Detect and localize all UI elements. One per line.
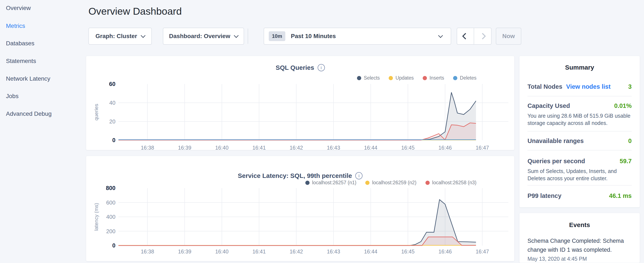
summary-row-value: 59.7 — [620, 158, 632, 165]
chevron-right-icon — [479, 33, 486, 39]
svg-text:0: 0 — [112, 242, 116, 249]
service-latency-chart[interactable]: 16:3816:3916:4016:4116:4216:4316:4416:45… — [86, 156, 515, 261]
controls-divider — [248, 29, 248, 44]
page-title: Overview Dashboard — [88, 5, 182, 18]
svg-text:16:42: 16:42 — [290, 248, 303, 254]
svg-text:40: 40 — [109, 100, 116, 106]
sidebar-item-advanced-debug[interactable]: Advanced Debug — [6, 110, 52, 117]
svg-text:60: 60 — [109, 81, 116, 87]
sidebar-item-statements[interactable]: Statements — [6, 58, 36, 65]
events-panel: Events Schema Change Completed: Schema c… — [519, 213, 640, 263]
events-title: Events — [520, 213, 640, 229]
chevron-down-icon — [438, 33, 443, 38]
now-button-label: Now — [502, 33, 515, 40]
sidebar-item-overview[interactable]: Overview — [6, 5, 31, 12]
summary-row-value: 46.1 ms — [609, 192, 632, 199]
time-range-selector[interactable]: 10m Past 10 Minutes — [264, 28, 451, 45]
svg-text:16:44: 16:44 — [364, 145, 378, 150]
svg-text:16:46: 16:46 — [438, 248, 452, 254]
sql-queries-card: SQL Queries i SelectsUpdatesInsertsDelet… — [86, 56, 514, 150]
sidebar-item-metrics[interactable]: Metrics — [6, 22, 25, 30]
summary-row-unavailable-ranges: Unavailable ranges 0 — [528, 132, 632, 150]
summary-row-value: 0 — [628, 137, 632, 144]
chevron-left-icon — [462, 33, 468, 39]
summary-row-description: You are using 28.6 MiB of 515.9 GiB usab… — [528, 112, 632, 127]
svg-text:16:41: 16:41 — [252, 248, 266, 254]
sql-queries-chart[interactable]: 16:3816:3916:4016:4116:4216:4316:4416:45… — [86, 56, 515, 150]
graph-scope-label: Graph: Cluster — [96, 33, 137, 40]
svg-text:16:38: 16:38 — [141, 145, 154, 150]
svg-text:200: 200 — [106, 228, 116, 234]
summary-row-value: 3 — [628, 83, 632, 90]
dashboard-dropdown[interactable]: Dashboard: Overview — [163, 28, 244, 45]
time-range-badge: 10m — [269, 31, 285, 41]
svg-text:16:45: 16:45 — [401, 145, 414, 150]
summary-row-label: Capacity Used — [528, 102, 570, 110]
dashboard-dropdown-label: Dashboard: Overview — [169, 33, 230, 40]
event-timestamp: May 13, 2020 at 4:45 PM — [528, 255, 632, 262]
svg-text:16:47: 16:47 — [476, 145, 489, 150]
chevron-down-icon — [234, 33, 239, 38]
event-list-item[interactable]: Schema Change Completed: Schema change w… — [520, 236, 640, 262]
chevron-down-icon — [141, 33, 146, 38]
svg-text:queries: queries — [93, 104, 99, 121]
svg-text:16:38: 16:38 — [141, 248, 154, 254]
svg-text:latency (ms): latency (ms) — [93, 203, 99, 231]
svg-text:16:41: 16:41 — [252, 145, 266, 150]
svg-text:16:43: 16:43 — [327, 145, 340, 150]
svg-text:16:44: 16:44 — [364, 248, 378, 254]
summary-row-total-nodes: Total Nodes View nodes list 3 — [528, 71, 632, 96]
summary-row-label: P99 latency — [528, 192, 562, 200]
summary-row-p99-latency: P99 latency 46.1 ms — [528, 185, 632, 209]
svg-text:16:40: 16:40 — [215, 145, 228, 150]
svg-text:20: 20 — [109, 118, 116, 125]
time-range-label: Past 10 Minutes — [291, 33, 336, 40]
svg-text:400: 400 — [106, 214, 116, 220]
time-prev-button[interactable] — [457, 28, 474, 44]
time-next-button[interactable] — [474, 28, 491, 44]
summary-row-capacity-used: Capacity Used 0.01% You are using 28.6 M… — [528, 96, 632, 132]
svg-text:16:39: 16:39 — [178, 248, 191, 254]
summary-panel: Summary Total Nodes View nodes list 3 Ca… — [519, 56, 640, 207]
time-pager — [457, 28, 492, 45]
view-nodes-list-link[interactable]: View nodes list — [566, 83, 610, 90]
sidebar-item-jobs[interactable]: Jobs — [6, 93, 18, 100]
summary-row-label: Queries per second — [528, 157, 585, 165]
graph-scope-dropdown[interactable]: Graph: Cluster — [88, 28, 152, 45]
svg-text:16:40: 16:40 — [215, 248, 228, 254]
svg-text:0: 0 — [112, 137, 116, 143]
event-text: Schema Change Completed: Schema change w… — [528, 236, 632, 254]
sidebar-item-databases[interactable]: Databases — [6, 40, 34, 47]
svg-text:16:42: 16:42 — [290, 145, 303, 150]
summary-row-value: 0.01% — [614, 102, 632, 109]
svg-text:16:43: 16:43 — [327, 248, 340, 254]
svg-text:800: 800 — [106, 185, 116, 191]
service-latency-card: Service Latency: SQL, 99th percentile i … — [86, 156, 514, 261]
sidebar: Overview Metrics Databases Statements Ne… — [0, 0, 86, 263]
summary-title: Summary — [520, 56, 640, 71]
now-button[interactable]: Now — [496, 28, 521, 45]
svg-text:16:47: 16:47 — [476, 248, 489, 254]
summary-row-queries-per-second: Queries per second 59.7 Sum of Selects, … — [528, 150, 632, 185]
sidebar-item-network-latency[interactable]: Network Latency — [6, 75, 50, 82]
svg-text:16:39: 16:39 — [178, 145, 191, 150]
summary-row-label: Total Nodes — [528, 83, 562, 90]
summary-row-label: Unavailable ranges — [528, 137, 584, 145]
summary-row-description: Sum of Selects, Updates, Inserts, and De… — [528, 167, 632, 182]
svg-text:16:45: 16:45 — [401, 248, 414, 254]
svg-text:16:46: 16:46 — [438, 145, 452, 150]
svg-text:600: 600 — [106, 199, 116, 206]
